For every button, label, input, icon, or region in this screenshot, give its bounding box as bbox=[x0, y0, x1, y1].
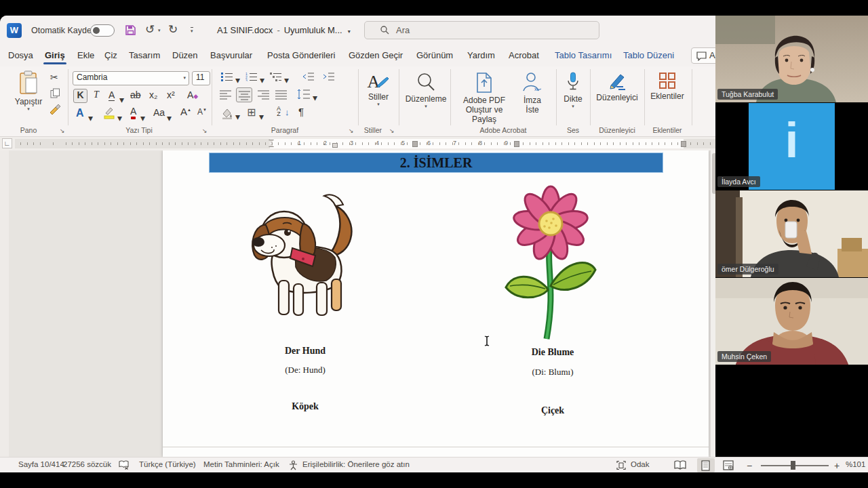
shading-caret-icon[interactable]: ▾ bbox=[235, 111, 240, 122]
numbering-icon[interactable]: 123 bbox=[245, 72, 258, 84]
stiller-dialog-launcher-icon[interactable]: ↘ bbox=[389, 127, 395, 134]
line-spacing-icon[interactable] bbox=[297, 89, 311, 102]
change-case-button[interactable]: Aa bbox=[153, 107, 165, 118]
underline-caret-icon[interactable]: ▾ bbox=[119, 94, 124, 105]
shading-icon[interactable] bbox=[221, 107, 233, 122]
flower-image[interactable] bbox=[502, 184, 600, 340]
grow-font-button[interactable]: A▲ bbox=[180, 106, 191, 117]
tab-tasarim[interactable]: Tasarım bbox=[127, 48, 161, 62]
tab-tablo-duzeni[interactable]: Tablo Düzeni bbox=[622, 48, 675, 62]
editing-button[interactable]: Düzenleme ▾ bbox=[401, 72, 450, 109]
save-icon[interactable] bbox=[125, 24, 136, 39]
text-effects-caret-icon[interactable]: ▾ bbox=[88, 113, 93, 123]
customize-toolbar-icon[interactable]: ▾ bbox=[191, 27, 193, 34]
undo-button[interactable]: ↺ bbox=[145, 22, 155, 37]
redo-button[interactable]: ↻ bbox=[168, 22, 178, 37]
language-indicator[interactable]: Türkçe (Türkiye) bbox=[139, 460, 196, 468]
align-left-icon[interactable] bbox=[220, 89, 232, 102]
print-layout-icon[interactable] bbox=[701, 460, 710, 472]
styles-button[interactable]: A Stiller ▾ bbox=[359, 72, 397, 107]
font-name-combo[interactable]: Cambria▾ bbox=[73, 71, 189, 85]
tab-yardim[interactable]: Yardım bbox=[466, 48, 496, 62]
tab-gozden-gecir[interactable]: Gözden Geçir bbox=[347, 48, 404, 62]
table-column-marker[interactable] bbox=[514, 141, 519, 147]
page-indicator[interactable]: Sayfa 10/414 bbox=[18, 460, 64, 468]
zoom-out-button[interactable]: − bbox=[747, 460, 752, 471]
tab-tablo-tasarimi[interactable]: Tablo Tasarımı bbox=[553, 48, 613, 62]
tab-posta-gonderileri[interactable]: Posta Gönderileri bbox=[266, 48, 336, 62]
request-signature-button[interactable]: x İmza İste bbox=[515, 72, 549, 115]
justify-icon[interactable] bbox=[275, 89, 288, 102]
dictate-button[interactable]: Dikte ▾ bbox=[557, 72, 589, 109]
table-column-marker[interactable] bbox=[412, 141, 418, 147]
sort-button[interactable]: AZ bbox=[277, 106, 281, 117]
word-count[interactable]: 27256 sözcük bbox=[63, 460, 111, 468]
align-right-icon[interactable] bbox=[258, 89, 270, 102]
tab-giris[interactable]: Giriş bbox=[43, 48, 66, 62]
underline-button[interactable]: A bbox=[108, 89, 115, 101]
accessibility-icon[interactable] bbox=[288, 460, 298, 472]
tab-ekle[interactable]: Ekle bbox=[76, 48, 96, 62]
tab-dosya[interactable]: Dosya bbox=[7, 48, 35, 62]
undo-caret-icon[interactable]: ▾ bbox=[158, 28, 161, 33]
multilevel-list-icon[interactable] bbox=[270, 72, 282, 84]
document-title[interactable]: A1 SINIF.docx-Uyumluluk M...▾ bbox=[217, 25, 351, 35]
copy-icon[interactable] bbox=[50, 88, 60, 101]
document-page[interactable]: 2. İSİMLER bbox=[163, 150, 709, 457]
align-center-icon[interactable] bbox=[236, 87, 252, 102]
zoom-in-button[interactable]: + bbox=[834, 460, 840, 471]
proofing-icon[interactable] bbox=[119, 460, 130, 471]
search-input[interactable]: Ara bbox=[364, 21, 599, 39]
video-tile-1[interactable]: Tuğba Karabulut bbox=[715, 16, 868, 102]
video-tile-4[interactable]: Muhsin Çeken bbox=[715, 278, 868, 365]
font-dialog-launcher-icon[interactable]: ↘ bbox=[202, 127, 208, 134]
word-logo-icon[interactable]: W bbox=[7, 23, 22, 38]
tab-basvurular[interactable]: Başvurular bbox=[209, 48, 254, 62]
text-predictions[interactable]: Metin Tahminleri: Açık bbox=[203, 460, 279, 468]
paste-button[interactable]: Yapıştır ▾ bbox=[9, 70, 47, 112]
video-tile-2[interactable]: i İlayda Avcı bbox=[715, 103, 868, 190]
tab-gorunum[interactable]: Görünüm bbox=[415, 48, 454, 62]
accessibility-status[interactable]: Erişilebilirlik: Önerilere göz atın bbox=[302, 460, 410, 468]
text-effects-button[interactable]: A bbox=[76, 107, 84, 119]
video-tile-3[interactable]: ömer Dülgeroğlu bbox=[715, 190, 868, 277]
borders-icon[interactable]: ⊞ bbox=[247, 106, 256, 119]
dog-image[interactable] bbox=[227, 186, 382, 328]
pilcrow-icon[interactable]: ¶ bbox=[298, 106, 304, 117]
addins-button[interactable]: Eklentiler bbox=[646, 72, 689, 101]
bold-button[interactable]: K bbox=[73, 89, 87, 103]
numbering-caret-icon[interactable]: ▾ bbox=[260, 75, 264, 85]
adobe-pdf-button[interactable]: Adobe PDF Oluştur ve Paylaş bbox=[456, 72, 513, 124]
font-size-combo[interactable]: 11 bbox=[192, 71, 210, 85]
cut-icon[interactable]: ✂ bbox=[50, 72, 58, 83]
web-layout-icon[interactable] bbox=[723, 460, 734, 472]
superscript-button[interactable]: x² bbox=[167, 89, 175, 100]
strikethrough-button[interactable]: ab bbox=[130, 89, 141, 100]
left-indent-marker[interactable] bbox=[332, 143, 338, 148]
zoom-level[interactable]: %101 bbox=[846, 460, 865, 468]
clear-formatting-button[interactable]: A◆ bbox=[187, 89, 198, 100]
subscript-button[interactable]: x₂ bbox=[149, 89, 157, 100]
line-spacing-caret-icon[interactable]: ▾ bbox=[313, 92, 317, 103]
bullets-caret-icon[interactable]: ▾ bbox=[235, 75, 240, 85]
increase-indent-icon[interactable] bbox=[323, 72, 335, 84]
pano-dialog-launcher-icon[interactable]: ↘ bbox=[60, 127, 65, 134]
italic-button[interactable]: T bbox=[94, 89, 99, 100]
multilevel-caret-icon[interactable]: ▾ bbox=[284, 75, 289, 85]
font-color-button[interactable]: A bbox=[130, 106, 136, 117]
tab-ciz[interactable]: Çiz bbox=[103, 48, 119, 62]
highlight-caret-icon[interactable]: ▾ bbox=[117, 113, 122, 123]
focus-icon[interactable] bbox=[616, 460, 627, 472]
highlight-button[interactable] bbox=[103, 106, 115, 122]
change-case-caret-icon[interactable]: ▾ bbox=[167, 113, 172, 123]
zoom-slider-knob[interactable] bbox=[791, 461, 795, 470]
tab-duzen[interactable]: Düzen bbox=[171, 48, 199, 62]
right-indent-marker[interactable] bbox=[681, 141, 686, 147]
read-mode-icon[interactable] bbox=[674, 460, 686, 472]
borders-caret-icon[interactable]: ▾ bbox=[259, 111, 264, 122]
font-color-caret-icon[interactable]: ▾ bbox=[140, 113, 145, 123]
focus-label[interactable]: Odak bbox=[631, 460, 650, 468]
vertical-ruler[interactable] bbox=[0, 150, 9, 457]
shrink-font-button[interactable]: A▼ bbox=[197, 107, 207, 117]
tab-selector[interactable]: ∟ bbox=[2, 138, 12, 148]
